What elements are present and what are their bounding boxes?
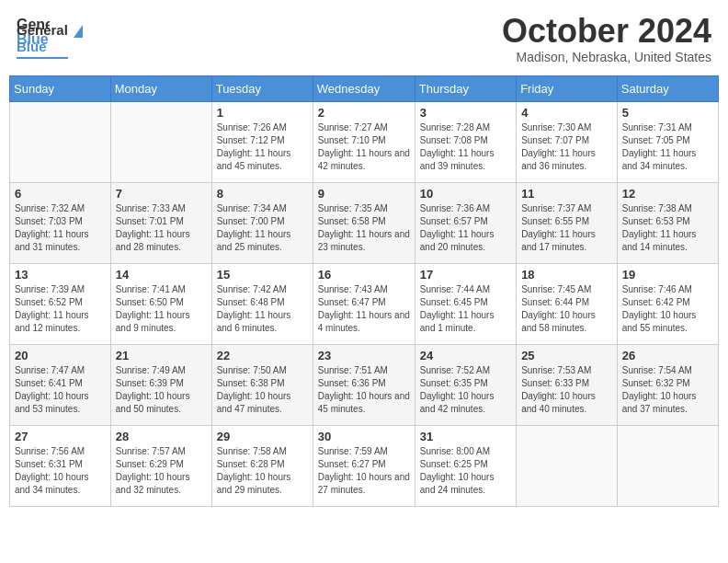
title-area: October 2024 Madison, Nebraska, United S… (502, 13, 711, 64)
calendar-cell: 13Sunrise: 7:39 AMSunset: 6:52 PMDayligh… (10, 263, 111, 344)
day-number: 28 (116, 430, 207, 443)
day-number: 25 (521, 349, 612, 362)
calendar-cell: 20Sunrise: 7:47 AMSunset: 6:41 PMDayligh… (10, 344, 111, 425)
calendar-week-4: 20Sunrise: 7:47 AMSunset: 6:41 PMDayligh… (10, 344, 719, 425)
day-number: 5 (622, 106, 713, 120)
day-number: 8 (217, 187, 308, 201)
day-info: Sunrise: 7:57 AMSunset: 6:29 PMDaylight:… (116, 445, 207, 497)
day-number: 3 (420, 106, 511, 120)
calendar-week-1: 1Sunrise: 7:26 AMSunset: 7:12 PMDaylight… (10, 101, 719, 182)
calendar-cell (110, 101, 211, 182)
calendar-cell (617, 425, 718, 506)
day-info: Sunrise: 7:35 AMSunset: 6:58 PMDaylight:… (318, 202, 410, 254)
day-info: Sunrise: 7:37 AMSunset: 6:55 PMDaylight:… (521, 202, 612, 254)
day-info: Sunrise: 7:41 AMSunset: 6:50 PMDaylight:… (116, 283, 207, 335)
day-number: 15 (217, 268, 308, 282)
day-number: 11 (521, 187, 612, 201)
day-info: Sunrise: 7:52 AMSunset: 6:35 PMDaylight:… (420, 364, 511, 416)
col-header-monday: Monday (110, 75, 211, 101)
calendar-cell: 30Sunrise: 7:59 AMSunset: 6:27 PMDayligh… (313, 425, 415, 506)
col-header-friday: Friday (517, 75, 618, 101)
day-info: Sunrise: 7:27 AMSunset: 7:10 PMDaylight:… (318, 121, 410, 173)
calendar-cell: 6Sunrise: 7:32 AMSunset: 7:03 PMDaylight… (10, 182, 111, 263)
calendar-cell: 14Sunrise: 7:41 AMSunset: 6:50 PMDayligh… (110, 263, 211, 344)
col-header-tuesday: Tuesday (211, 75, 313, 101)
calendar-week-5: 27Sunrise: 7:56 AMSunset: 6:31 PMDayligh… (10, 425, 719, 506)
logo: General Blue General Blue (17, 13, 83, 59)
day-number: 1 (217, 106, 308, 120)
calendar-cell: 24Sunrise: 7:52 AMSunset: 6:35 PMDayligh… (415, 344, 516, 425)
calendar-cell: 9Sunrise: 7:35 AMSunset: 6:58 PMDaylight… (313, 182, 415, 263)
day-info: Sunrise: 7:54 AMSunset: 6:32 PMDaylight:… (622, 364, 713, 416)
calendar-cell: 2Sunrise: 7:27 AMSunset: 7:10 PMDaylight… (313, 101, 415, 182)
day-info: Sunrise: 7:44 AMSunset: 6:45 PMDaylight:… (420, 283, 511, 335)
calendar-cell: 21Sunrise: 7:49 AMSunset: 6:39 PMDayligh… (110, 344, 211, 425)
day-number: 27 (15, 430, 106, 443)
day-number: 29 (217, 430, 308, 443)
day-info: Sunrise: 7:32 AMSunset: 7:03 PMDaylight:… (15, 202, 106, 254)
calendar-cell: 1Sunrise: 7:26 AMSunset: 7:12 PMDaylight… (211, 101, 313, 182)
day-info: Sunrise: 7:59 AMSunset: 6:27 PMDaylight:… (318, 445, 410, 497)
calendar-cell: 23Sunrise: 7:51 AMSunset: 6:36 PMDayligh… (313, 344, 415, 425)
calendar-table: SundayMondayTuesdayWednesdayThursdayFrid… (9, 75, 719, 507)
day-number: 9 (318, 187, 410, 201)
day-info: Sunrise: 7:47 AMSunset: 6:41 PMDaylight:… (15, 364, 106, 416)
day-number: 13 (15, 268, 106, 282)
calendar-cell: 3Sunrise: 7:28 AMSunset: 7:08 PMDaylight… (415, 101, 516, 182)
calendar-cell: 4Sunrise: 7:30 AMSunset: 7:07 PMDaylight… (517, 101, 618, 182)
day-number: 10 (420, 187, 511, 201)
calendar-cell: 7Sunrise: 7:33 AMSunset: 7:01 PMDaylight… (110, 182, 211, 263)
day-info: Sunrise: 7:43 AMSunset: 6:47 PMDaylight:… (318, 283, 410, 335)
day-info: Sunrise: 7:50 AMSunset: 6:38 PMDaylight:… (217, 364, 308, 416)
day-info: Sunrise: 7:31 AMSunset: 7:05 PMDaylight:… (622, 121, 713, 173)
calendar-cell: 12Sunrise: 7:38 AMSunset: 6:53 PMDayligh… (617, 182, 718, 263)
day-number: 4 (521, 106, 612, 120)
calendar-cell: 11Sunrise: 7:37 AMSunset: 6:55 PMDayligh… (517, 182, 618, 263)
day-info: Sunrise: 7:28 AMSunset: 7:08 PMDaylight:… (420, 121, 511, 173)
calendar-cell: 27Sunrise: 7:56 AMSunset: 6:31 PMDayligh… (10, 425, 111, 506)
day-info: Sunrise: 7:39 AMSunset: 6:52 PMDaylight:… (15, 283, 106, 335)
day-number: 19 (622, 268, 713, 282)
col-header-sunday: Sunday (10, 75, 111, 101)
day-number: 7 (116, 187, 207, 201)
day-info: Sunrise: 7:53 AMSunset: 6:33 PMDaylight:… (521, 364, 612, 416)
day-number: 26 (622, 349, 713, 362)
day-info: Sunrise: 7:49 AMSunset: 6:39 PMDaylight:… (116, 364, 207, 416)
day-number: 18 (521, 268, 612, 282)
logo-line1: General (17, 22, 83, 39)
day-number: 21 (116, 349, 207, 362)
col-header-thursday: Thursday (415, 75, 516, 101)
calendar-cell: 26Sunrise: 7:54 AMSunset: 6:32 PMDayligh… (617, 344, 718, 425)
day-number: 6 (15, 187, 106, 201)
calendar-cell: 28Sunrise: 7:57 AMSunset: 6:29 PMDayligh… (110, 425, 211, 506)
day-number: 22 (217, 349, 308, 362)
col-header-saturday: Saturday (617, 75, 718, 101)
calendar-cell: 18Sunrise: 7:45 AMSunset: 6:44 PMDayligh… (517, 263, 618, 344)
logo-line2: Blue (17, 39, 83, 55)
day-info: Sunrise: 7:45 AMSunset: 6:44 PMDaylight:… (521, 283, 612, 335)
day-info: Sunrise: 7:30 AMSunset: 7:07 PMDaylight:… (521, 121, 612, 173)
calendar-week-3: 13Sunrise: 7:39 AMSunset: 6:52 PMDayligh… (10, 263, 719, 344)
day-info: Sunrise: 7:46 AMSunset: 6:42 PMDaylight:… (622, 283, 713, 335)
day-info: Sunrise: 7:42 AMSunset: 6:48 PMDaylight:… (217, 283, 308, 335)
calendar-cell: 15Sunrise: 7:42 AMSunset: 6:48 PMDayligh… (211, 263, 313, 344)
day-info: Sunrise: 7:34 AMSunset: 7:00 PMDaylight:… (217, 202, 308, 254)
calendar-cell: 31Sunrise: 8:00 AMSunset: 6:25 PMDayligh… (415, 425, 516, 506)
calendar-cell: 16Sunrise: 7:43 AMSunset: 6:47 PMDayligh… (313, 263, 415, 344)
location: Madison, Nebraska, United States (502, 50, 711, 64)
day-info: Sunrise: 8:00 AMSunset: 6:25 PMDaylight:… (420, 445, 511, 497)
calendar-cell: 22Sunrise: 7:50 AMSunset: 6:38 PMDayligh… (211, 344, 313, 425)
calendar-cell: 5Sunrise: 7:31 AMSunset: 7:05 PMDaylight… (617, 101, 718, 182)
calendar-cell: 19Sunrise: 7:46 AMSunset: 6:42 PMDayligh… (617, 263, 718, 344)
day-info: Sunrise: 7:58 AMSunset: 6:28 PMDaylight:… (217, 445, 308, 497)
day-info: Sunrise: 7:38 AMSunset: 6:53 PMDaylight:… (622, 202, 713, 254)
day-info: Sunrise: 7:33 AMSunset: 7:01 PMDaylight:… (116, 202, 207, 254)
day-info: Sunrise: 7:36 AMSunset: 6:57 PMDaylight:… (420, 202, 511, 254)
calendar-cell (10, 101, 111, 182)
day-number: 24 (420, 349, 511, 362)
calendar-cell: 8Sunrise: 7:34 AMSunset: 7:00 PMDaylight… (211, 182, 313, 263)
day-number: 17 (420, 268, 511, 282)
calendar-cell: 29Sunrise: 7:58 AMSunset: 6:28 PMDayligh… (211, 425, 313, 506)
col-header-wednesday: Wednesday (313, 75, 415, 101)
calendar-header-row: SundayMondayTuesdayWednesdayThursdayFrid… (10, 75, 719, 101)
